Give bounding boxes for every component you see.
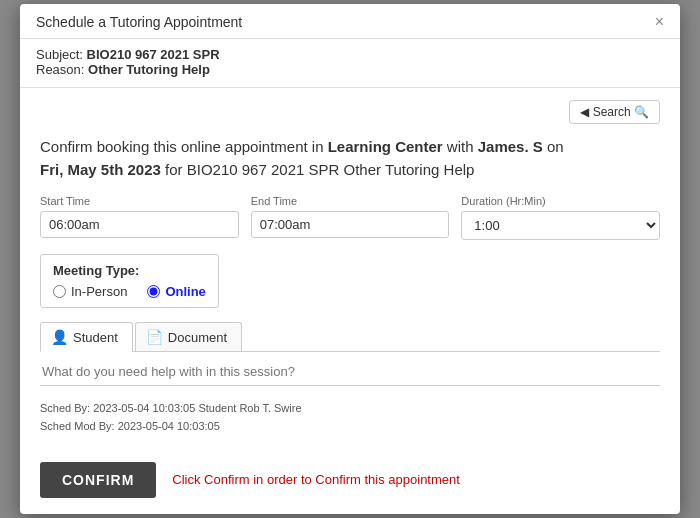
start-time-label: Start Time xyxy=(40,195,239,207)
reason-line: Reason: Other Tutoring Help xyxy=(36,62,664,77)
confirm-text-block: Confirm booking this online appointment … xyxy=(40,136,660,181)
subject-value: BIO210 967 2021 SPR xyxy=(87,47,220,62)
sched-mod-line: Sched Mod By: 2023-05-04 10:03:05 xyxy=(40,418,660,436)
search-button[interactable]: ◀ Search 🔍 xyxy=(569,100,660,124)
tab-document-label: Document xyxy=(168,330,227,345)
online-label: Online xyxy=(165,284,205,299)
learning-center-text: Learning Center xyxy=(328,138,443,155)
confirm-button[interactable]: CONFIRM xyxy=(40,462,156,498)
online-option[interactable]: Online xyxy=(147,284,205,299)
modal-body: ◀ Search 🔍 Confirm booking this online a… xyxy=(20,88,680,451)
duration-label: Duration (Hr:Min) xyxy=(461,195,660,207)
sched-by-value: 2023-05-04 10:03:05 Student Rob T. Swire xyxy=(93,402,301,414)
online-radio[interactable] xyxy=(147,285,160,298)
time-row: Start Time End Time Duration (Hr:Min) 1:… xyxy=(40,195,660,240)
start-time-input[interactable] xyxy=(40,211,239,238)
inperson-radio[interactable] xyxy=(53,285,66,298)
document-icon: 📄 xyxy=(146,329,163,345)
end-time-field: End Time xyxy=(251,195,450,240)
subject-label: Subject: xyxy=(36,47,83,62)
reason-label: Reason: xyxy=(36,62,84,77)
subject-line: Subject: BIO210 967 2021 SPR xyxy=(36,47,664,62)
session-help-input[interactable] xyxy=(40,360,660,386)
sched-by-line: Sched By: 2023-05-04 10:03:05 Student Ro… xyxy=(40,400,660,418)
confirm-on: on xyxy=(543,138,564,155)
close-button[interactable]: × xyxy=(655,14,664,30)
sched-mod-value: 2023-05-04 10:03:05 xyxy=(118,420,220,432)
start-time-field: Start Time xyxy=(40,195,239,240)
inperson-label: In-Person xyxy=(71,284,127,299)
appointment-date: Fri, May 5th 2023 xyxy=(40,161,161,178)
duration-select[interactable]: 1:00 xyxy=(461,211,660,240)
modal-container: Schedule a Tutoring Appointment × Subjec… xyxy=(20,4,680,513)
sched-mod-label: Sched Mod By: xyxy=(40,420,115,432)
meeting-type-section: Meeting Type: In-Person Online xyxy=(40,254,219,308)
modal-subheader: Subject: BIO210 967 2021 SPR Reason: Oth… xyxy=(20,39,680,88)
end-time-label: End Time xyxy=(251,195,450,207)
tabs-row: 👤 Student 📄 Document xyxy=(40,322,660,352)
person-icon: 👤 xyxy=(51,329,68,345)
search-bar-row: ◀ Search 🔍 xyxy=(40,100,660,124)
tab-document[interactable]: 📄 Document xyxy=(135,322,242,351)
sched-by-label: Sched By: xyxy=(40,402,90,414)
reason-value: Other Tutoring Help xyxy=(88,62,210,77)
confirm-with: with xyxy=(443,138,478,155)
meeting-type-label: Meeting Type: xyxy=(53,263,206,278)
confirm-hint: Click Confirm in order to Confirm this a… xyxy=(172,472,460,487)
inperson-option[interactable]: In-Person xyxy=(53,284,127,299)
modal-header: Schedule a Tutoring Appointment × xyxy=(20,4,680,39)
confirm-line1-prefix: Confirm booking this online appointment … xyxy=(40,138,328,155)
sched-info: Sched By: 2023-05-04 10:03:05 Student Ro… xyxy=(40,400,660,435)
footer-row: CONFIRM Click Confirm in order to Confir… xyxy=(20,452,680,514)
end-time-input[interactable] xyxy=(251,211,450,238)
modal-title: Schedule a Tutoring Appointment xyxy=(36,14,242,30)
radio-group: In-Person Online xyxy=(53,284,206,299)
tab-student[interactable]: 👤 Student xyxy=(40,322,133,352)
tab-student-label: Student xyxy=(73,330,118,345)
confirm-for: for BIO210 967 2021 SPR Other Tutoring H… xyxy=(161,161,475,178)
tutor-name: James. S xyxy=(478,138,543,155)
duration-field: Duration (Hr:Min) 1:00 xyxy=(461,195,660,240)
